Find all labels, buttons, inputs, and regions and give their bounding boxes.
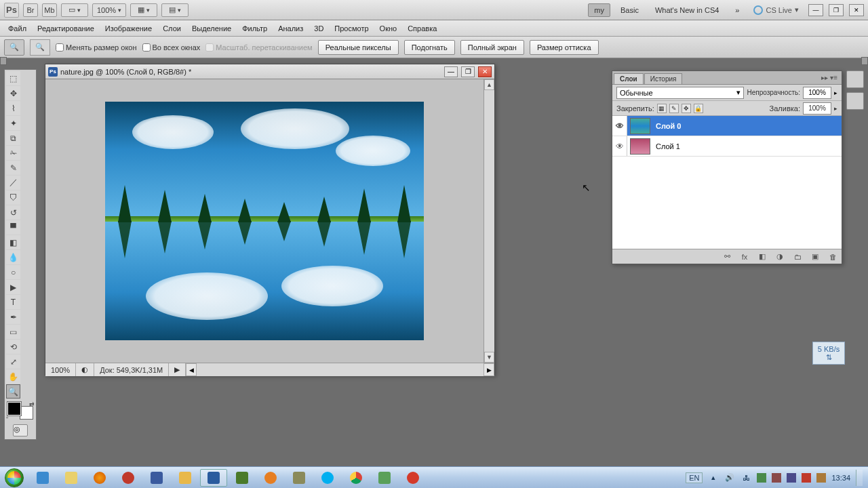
taskbar-media-icon[interactable]	[257, 469, 284, 487]
fit-screen-button[interactable]: Подогнать	[404, 40, 455, 55]
pencil-tool[interactable]: ／	[6, 176, 20, 190]
doc-maximize-button[interactable]: ❐	[461, 66, 475, 77]
link-layers-icon[interactable]: ⚯	[721, 251, 733, 262]
show-desktop-button[interactable]	[856, 470, 863, 486]
tray-adobe-icon[interactable]	[802, 473, 811, 483]
layer-row[interactable]: 👁 Слой 0	[612, 116, 842, 136]
eraser-tool[interactable]: ◧	[6, 235, 20, 249]
document-titlebar[interactable]: Ps nature.jpg @ 100% (Слой 0, RGB/8#) * …	[45, 64, 494, 79]
tray-icon[interactable]	[787, 473, 796, 483]
pen-tool[interactable]: ✒	[6, 310, 20, 324]
menu-edit[interactable]: Редактирование	[32, 22, 100, 35]
layer-row[interactable]: 👁 Слой 1	[612, 136, 842, 157]
crop-tool[interactable]: ⧉	[6, 131, 20, 145]
menu-image[interactable]: Изображение	[100, 22, 157, 35]
path-select-tool[interactable]: ▶	[6, 280, 20, 294]
extras-dropdown[interactable]: ▤	[161, 3, 189, 17]
vertical-scrollbar[interactable]: ▲ ▼	[484, 79, 494, 363]
arrange-documents-dropdown[interactable]: ▦	[130, 3, 157, 17]
menu-help[interactable]: Справка	[402, 22, 442, 35]
scroll-up-icon[interactable]: ▲	[484, 79, 494, 90]
taskbar-notepad-icon[interactable]	[172, 469, 199, 487]
workspace-my[interactable]: my	[588, 3, 610, 17]
workspace-whatsnew[interactable]: What's New in CS4	[649, 3, 725, 17]
taskbar-chrome-icon[interactable]	[342, 469, 370, 487]
start-button[interactable]	[0, 467, 28, 489]
opacity-flyout-icon[interactable]: ▸	[834, 89, 837, 96]
brush-tool[interactable]: ✎	[6, 161, 20, 175]
new-layer-icon[interactable]: ▣	[809, 251, 821, 262]
fill-flyout-icon[interactable]: ▸	[834, 105, 837, 112]
tab-layers[interactable]: Слои	[614, 73, 644, 84]
default-colors-icon[interactable]: ▫	[6, 414, 8, 421]
current-tool-icon[interactable]: 🔍	[4, 39, 24, 56]
tray-show-hidden-icon[interactable]: ▴	[708, 472, 719, 483]
delete-layer-icon[interactable]: 🗑	[827, 251, 839, 262]
tray-icon[interactable]	[757, 473, 766, 483]
app-restore-button[interactable]: ❐	[829, 4, 844, 16]
quick-mask-button[interactable]: ◎	[6, 423, 35, 438]
taskbar-skype-icon[interactable]	[314, 469, 341, 487]
adjustment-layer-icon[interactable]: ◑	[774, 251, 786, 262]
opacity-input[interactable]: 100%	[803, 87, 831, 99]
fullscreen-button[interactable]: Полный экран	[460, 40, 524, 55]
workspace-basic[interactable]: Basic	[614, 3, 645, 17]
app-minimize-button[interactable]: —	[808, 4, 823, 16]
left-dock-grip[interactable]	[0, 57, 7, 65]
lock-all-icon[interactable]: 🔒	[694, 104, 703, 113]
scroll-left-icon[interactable]: ◀	[186, 363, 197, 376]
type-tool[interactable]: T	[6, 295, 20, 309]
menu-select[interactable]: Выделение	[186, 22, 237, 35]
layer-name[interactable]: Слой 1	[653, 142, 680, 150]
layer-thumbnail[interactable]	[630, 118, 650, 134]
3d-orbit-tool[interactable]: ⤢	[6, 354, 20, 369]
taskbar-app-icon[interactable]	[143, 469, 170, 487]
collapsed-panel-icon[interactable]	[846, 92, 864, 110]
right-dock-grip[interactable]	[861, 57, 868, 65]
tray-volume-icon[interactable]: 🔊	[724, 472, 735, 483]
workspace-more-icon[interactable]: »	[729, 3, 745, 17]
status-doc-size[interactable]: Док: 549,3K/1,31M	[94, 363, 169, 376]
3d-rotate-tool[interactable]: ⟲	[6, 340, 20, 354]
canvas-area[interactable]	[45, 79, 484, 363]
layer-thumbnail[interactable]	[630, 138, 650, 155]
marquee-tool[interactable]: ⬚	[6, 71, 20, 85]
move-tool[interactable]: ✥	[6, 86, 20, 100]
scroll-right-icon[interactable]: ▶	[484, 363, 494, 376]
zoom-in-out-icon[interactable]: 🔍	[30, 39, 50, 56]
minibridge-icon[interactable]: Mb	[42, 3, 57, 17]
status-zoom[interactable]: 100%	[45, 363, 76, 376]
magic-wand-tool[interactable]: ✦	[6, 116, 20, 130]
stamp-tool[interactable]: ⛉	[6, 190, 20, 205]
taskbar-app3-icon[interactable]	[371, 469, 398, 487]
print-size-button[interactable]: Размер оттиска	[530, 40, 599, 55]
layer-style-icon[interactable]: fx	[738, 251, 751, 262]
lasso-tool[interactable]: ⌇	[6, 101, 20, 115]
taskbar-photoshop-icon[interactable]	[200, 469, 227, 487]
color-swatches[interactable]: ⇄ ▫	[6, 401, 35, 421]
layer-visibility-icon[interactable]: 👁	[612, 136, 627, 156]
dodge-tool[interactable]: ○	[6, 265, 20, 279]
zoom-level-dropdown[interactable]: 100%	[92, 3, 126, 17]
bridge-icon[interactable]: Br	[23, 3, 38, 17]
menu-3d[interactable]: 3D	[309, 22, 329, 35]
menu-file[interactable]: Файл	[3, 22, 32, 35]
zoom-tool[interactable]: 🔍	[6, 384, 20, 399]
doc-minimize-button[interactable]: —	[444, 66, 458, 77]
status-info-icon[interactable]: ◐	[76, 363, 94, 376]
lock-position-icon[interactable]: ✥	[682, 104, 691, 113]
history-brush-tool[interactable]: ↺	[6, 205, 20, 220]
layer-group-icon[interactable]: 🗀	[791, 251, 804, 262]
panel-collapse-icon[interactable]: ▸▸ ▾≡	[817, 71, 842, 84]
menu-window[interactable]: Окно	[374, 22, 403, 35]
cs-live-button[interactable]: CS Live ▾	[749, 5, 803, 15]
taskbar-ie-icon[interactable]	[29, 469, 56, 487]
menu-view[interactable]: Просмотр	[329, 22, 374, 35]
gradient-tool[interactable]: ▀	[6, 220, 20, 235]
background-color-swatch[interactable]	[20, 406, 33, 420]
language-indicator[interactable]: EN	[686, 472, 703, 483]
taskbar-dreamweaver-icon[interactable]	[229, 469, 256, 487]
network-monitor-widget[interactable]: 5 KB/s ⇅	[812, 342, 845, 365]
status-menu-icon[interactable]: ▶	[169, 363, 186, 376]
layer-name[interactable]: Слой 0	[653, 122, 681, 130]
